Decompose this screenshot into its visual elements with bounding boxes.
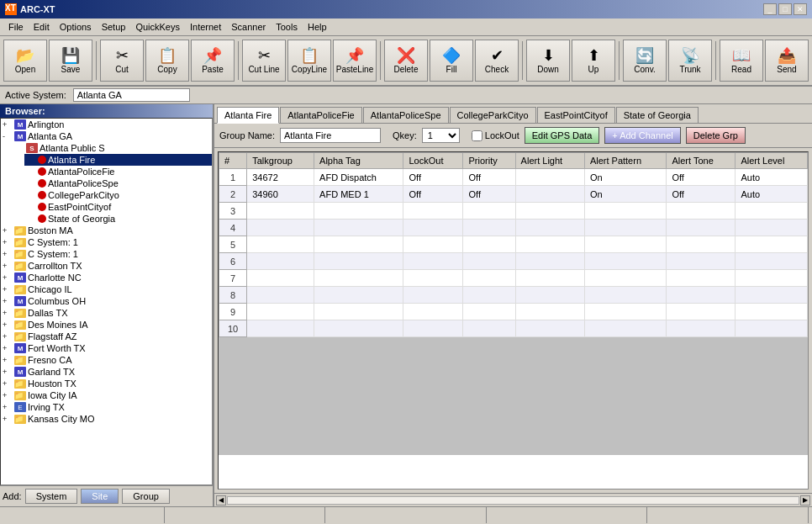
- tab-east-point-cityof[interactable]: EastPointCityof: [537, 107, 615, 123]
- table-row[interactable]: 3: [219, 203, 808, 220]
- menu-file[interactable]: File: [3, 20, 29, 34]
- expand-flagstaff-az[interactable]: +: [3, 332, 13, 341]
- tree-item-boston-ma[interactable]: + 📁 Boston MA: [1, 225, 212, 236]
- read-button[interactable]: 📖 Read: [720, 40, 763, 82]
- copy-line-button[interactable]: 📋 CopyLine: [287, 40, 331, 82]
- table-row[interactable]: 234960AFD MED 1OffOffOnOffAuto: [219, 186, 808, 203]
- table-row[interactable]: 10: [219, 320, 808, 337]
- expand-c-system-1a[interactable]: +: [3, 238, 13, 246]
- tree-item-kansas-city-mo[interactable]: + 📁 Kansas City MO: [1, 413, 212, 425]
- paste-line-button[interactable]: 📌 PasteLine: [333, 40, 377, 82]
- tree-item-dallas-tx[interactable]: + 📁 Dallas TX: [1, 307, 212, 319]
- open-button[interactable]: 📂 Open: [3, 40, 47, 82]
- expand-carrollton-tx[interactable]: +: [3, 262, 13, 270]
- tree-item-atlanta-police-fie[interactable]: AtlantaPoliceFie: [24, 166, 212, 177]
- edit-gps-button[interactable]: Edit GPS Data: [525, 127, 600, 144]
- tree-item-atlanta-fire[interactable]: Atlanta Fire: [24, 154, 212, 166]
- tree-item-houston-tx[interactable]: + 📁 Houston TX: [1, 378, 212, 389]
- tree-item-c-system-1b[interactable]: + 📁 C System: 1: [1, 248, 212, 260]
- maximize-button[interactable]: □: [778, 3, 792, 15]
- expand-atlanta-ga[interactable]: -: [3, 132, 13, 140]
- add-channel-button[interactable]: + Add Channel: [604, 127, 680, 144]
- tree-item-arlington[interactable]: + M Arlington: [1, 119, 212, 130]
- expand-iowa-city-ia[interactable]: +: [3, 391, 13, 400]
- menu-quickkeys[interactable]: QuickKeys: [130, 20, 185, 34]
- table-row[interactable]: 9: [219, 304, 808, 320]
- table-row[interactable]: 5: [219, 236, 808, 253]
- delete-button[interactable]: ❌ Delete: [384, 40, 428, 82]
- expand-dallas-tx[interactable]: +: [3, 309, 13, 317]
- tree-item-columbus-oh[interactable]: + M Columbus OH: [1, 295, 212, 307]
- tree-item-iowa-city-ia[interactable]: + 📁 Iowa City IA: [1, 389, 212, 401]
- tree-item-state-of-georgia[interactable]: State of Georgia: [24, 213, 212, 225]
- table-row[interactable]: 4: [219, 220, 808, 236]
- close-button[interactable]: ✕: [794, 3, 807, 15]
- expand-charlotte-nc[interactable]: +: [3, 273, 13, 282]
- expand-fort-worth-tx[interactable]: +: [3, 344, 13, 352]
- table-row[interactable]: 6: [219, 253, 808, 270]
- menu-options[interactable]: Options: [55, 20, 97, 34]
- tab-college-park-cityo[interactable]: CollegeParkCityo: [450, 107, 536, 123]
- tab-atlanta-police-spe[interactable]: AtlantaPoliceSpe: [363, 107, 449, 123]
- menu-help[interactable]: Help: [303, 20, 332, 34]
- table-container[interactable]: # Talkgroup Alpha Tag LockOut Priority A…: [218, 151, 809, 490]
- tab-atlanta-fire[interactable]: Atlanta Fire: [217, 107, 279, 124]
- delete-group-button[interactable]: Delete Grp: [686, 127, 746, 144]
- add-site-button[interactable]: Site: [81, 489, 119, 504]
- expand-irving-tx[interactable]: +: [3, 403, 13, 411]
- tree-item-flagstaff-az[interactable]: + 📁 Flagstaff AZ: [1, 331, 212, 342]
- tree-item-irving-tx[interactable]: + E Irving TX: [1, 401, 212, 413]
- tree-item-garland-tx[interactable]: + M Garland TX: [1, 366, 212, 378]
- expand-kansas-city-mo[interactable]: +: [3, 415, 13, 423]
- browser-tree[interactable]: + M Arlington - M Atlanta GA S Atlanta P…: [0, 118, 213, 485]
- trunk-button[interactable]: 📡 Trunk: [668, 40, 712, 82]
- tree-item-fort-worth-tx[interactable]: + M Fort Worth TX: [1, 342, 212, 354]
- menu-setup[interactable]: Setup: [97, 20, 131, 34]
- table-row[interactable]: 134672AFD DispatchOffOffOnOffAuto: [219, 169, 808, 186]
- expand-houston-tx[interactable]: +: [3, 379, 13, 388]
- menu-scanner[interactable]: Scanner: [226, 20, 271, 34]
- tree-item-c-system-1a[interactable]: + 📁 C System: 1: [1, 236, 212, 248]
- lockout-checkbox[interactable]: [472, 130, 482, 141]
- fill-button[interactable]: 🔷 Fill: [430, 40, 473, 82]
- up-button[interactable]: ⬆ Up: [572, 40, 615, 82]
- expand-chicago-il[interactable]: +: [3, 285, 13, 294]
- tree-item-atlanta-public-s[interactable]: S Atlanta Public S: [13, 142, 212, 154]
- tree-item-atlanta-police-spe[interactable]: AtlantaPoliceSpe: [24, 177, 212, 189]
- cut-button[interactable]: ✂ Cut: [100, 40, 144, 82]
- menu-tools[interactable]: Tools: [271, 20, 303, 34]
- cut-line-button[interactable]: ✂ Cut Line: [242, 40, 286, 82]
- table-row[interactable]: 8: [219, 287, 808, 304]
- expand-columbus-oh[interactable]: +: [3, 297, 13, 305]
- tree-item-chicago-il[interactable]: + 📁 Chicago IL: [1, 283, 212, 295]
- expand-arlington[interactable]: +: [3, 120, 13, 129]
- table-row[interactable]: 7: [219, 270, 808, 287]
- menu-internet[interactable]: Internet: [185, 20, 226, 34]
- tree-item-charlotte-nc[interactable]: + M Charlotte NC: [1, 272, 212, 283]
- scroll-left-button[interactable]: ◀: [216, 495, 226, 505]
- add-system-button[interactable]: System: [25, 489, 78, 504]
- scroll-right-button[interactable]: ▶: [800, 495, 810, 505]
- copy-button[interactable]: 📋 Copy: [145, 40, 189, 82]
- expand-fresno-ca[interactable]: +: [3, 356, 13, 364]
- tab-state-of-georgia[interactable]: State of Georgia: [616, 107, 699, 123]
- tab-atlanta-police-fie[interactable]: AtlantaPoliceFie: [280, 107, 362, 123]
- down-button[interactable]: ⬇ Down: [526, 40, 570, 82]
- menu-edit[interactable]: Edit: [29, 20, 55, 34]
- paste-button[interactable]: 📌 Paste: [191, 40, 235, 82]
- expand-garland-tx[interactable]: +: [3, 368, 13, 376]
- tree-item-atlanta-ga[interactable]: - M Atlanta GA: [1, 130, 212, 142]
- tree-item-east-point-cityof[interactable]: EastPointCityof: [24, 201, 212, 213]
- tree-item-college-park-cityo[interactable]: CollegeParkCityo: [24, 189, 212, 201]
- qkey-select[interactable]: 1: [422, 128, 460, 143]
- horizontal-scrollbar[interactable]: ◀ ▶: [214, 493, 812, 506]
- tree-item-fresno-ca[interactable]: + 📁 Fresno CA: [1, 354, 212, 366]
- minimize-button[interactable]: _: [763, 3, 777, 15]
- expand-boston-ma[interactable]: +: [3, 226, 13, 235]
- conv-button[interactable]: 🔄 Conv.: [623, 40, 667, 82]
- expand-c-system-1b[interactable]: +: [3, 250, 13, 258]
- group-name-input[interactable]: [280, 128, 381, 143]
- tree-item-carrollton-tx[interactable]: + 📁 Carrollton TX: [1, 260, 212, 272]
- add-group-button[interactable]: Group: [122, 489, 170, 504]
- tree-item-des-moines-ia[interactable]: + 📁 Des Moines IA: [1, 319, 212, 331]
